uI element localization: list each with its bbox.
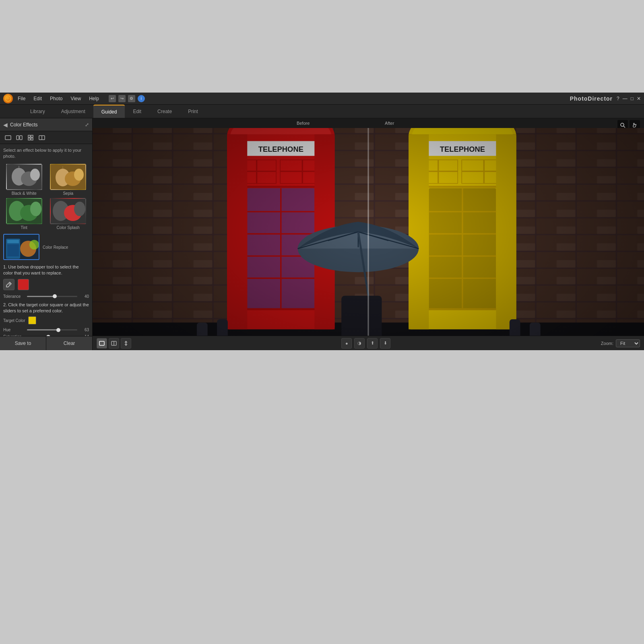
svg-rect-3 (20, 136, 22, 140)
export-btn[interactable]: ⬇ (380, 338, 390, 349)
panel-expand-button[interactable]: ⤢ (85, 122, 89, 128)
compare-btn[interactable] (121, 338, 131, 349)
settings-icon[interactable]: ⚙ (128, 95, 135, 102)
zoom-controls: Zoom: Fit 25% 50% 75% 100% 150% 200% (601, 339, 640, 347)
svg-point-33 (29, 240, 39, 250)
effect-sepia[interactable]: Sepia (47, 164, 89, 196)
view-icons-bar (0, 131, 92, 144)
tab-adjustment[interactable]: Adjustment (53, 105, 93, 118)
target-color-label: Target Color (3, 318, 25, 323)
single-view-icon[interactable] (3, 133, 13, 142)
svg-point-0 (5, 96, 11, 101)
svg-rect-2 (17, 136, 19, 140)
svg-point-23 (30, 202, 41, 216)
step1-text: 1. Use below dropper tool to select the … (3, 264, 89, 277)
top-gray-area (0, 0, 644, 93)
before-after-bar: Before After (93, 118, 644, 128)
tab-library[interactable]: Library (22, 105, 53, 118)
maximize-button[interactable]: □ (631, 96, 634, 101)
zoom-label: Zoom: (601, 341, 613, 346)
effect-splash[interactable]: Color Splash (47, 198, 89, 230)
instruction-text: Select an effect below to apply it to yo… (3, 147, 89, 160)
tolerance-slider[interactable] (27, 296, 77, 297)
panel-scroll[interactable]: Select an effect below to apply it to yo… (0, 144, 92, 336)
single-photo-btn[interactable] (97, 338, 107, 349)
tolerance-value: 40 (79, 294, 89, 299)
panel-header: ◀ Color Effects ⤢ (0, 118, 92, 131)
hue-slider[interactable] (27, 329, 77, 330)
target-color-row: Target Color (3, 316, 89, 324)
svg-rect-30 (7, 240, 19, 243)
effect-replace-label: Color Replace (43, 245, 68, 250)
menu-photo[interactable]: Photo (48, 95, 64, 102)
target-color-swatch[interactable] (28, 316, 36, 324)
phone-booth-scene: TELEPHONE (93, 128, 644, 336)
clear-button[interactable]: Clear (46, 336, 92, 350)
dropper-tool[interactable] (3, 279, 14, 290)
panel-title: Color Effects (10, 122, 83, 128)
menu-file[interactable]: File (16, 95, 27, 102)
adjust-btn[interactable]: ⬆ (367, 338, 378, 349)
title-controls: ? — □ ✕ (617, 96, 641, 101)
hue-row: Hue 63 (3, 328, 89, 332)
compare-view-icon[interactable] (14, 133, 24, 142)
effect-bw-label: Black & White (12, 191, 37, 196)
tab-guided[interactable]: Guided (93, 105, 125, 118)
tab-print[interactable]: Print (180, 105, 206, 118)
tab-edit[interactable]: Edit (125, 105, 149, 118)
minimize-button[interactable]: — (623, 96, 627, 101)
effect-replace-thumb (3, 234, 39, 260)
close-button[interactable]: ✕ (637, 96, 641, 101)
svg-line-36 (623, 126, 625, 128)
svg-point-18 (74, 169, 84, 181)
split-photo-btn[interactable] (109, 338, 119, 349)
app-logo (3, 94, 13, 103)
effect-tint[interactable]: Tint (3, 198, 45, 230)
left-panel: ◀ Color Effects ⤢ (0, 118, 93, 350)
menu-help[interactable]: Help (87, 95, 101, 102)
effect-sepia-label: Sepia (63, 191, 73, 196)
before-label: Before (297, 121, 310, 126)
info-icon[interactable]: i (138, 95, 145, 102)
nav-tabs: Library Adjustment Guided Edit Create Pr… (0, 105, 644, 118)
grid-view-icon[interactable] (26, 133, 35, 142)
effects-grid: Black & White Sepia (3, 164, 89, 230)
step2-text: 2. Click the target color square or adju… (3, 302, 89, 314)
svg-rect-4 (28, 135, 30, 137)
bottom-gray-area (0, 350, 644, 644)
svg-rect-5 (31, 135, 33, 137)
back-button[interactable]: ◀ (3, 122, 8, 128)
zoom-select[interactable]: Fit 25% 50% 75% 100% 150% 200% (616, 339, 640, 347)
title-bar-left: File Edit Photo View Help ↩ ↪ ⚙ i (3, 94, 145, 103)
after-label: After (385, 121, 394, 126)
effect-bw-thumb (6, 164, 42, 190)
help-button[interactable]: ? (617, 96, 619, 101)
toolbar-icons: ↩ ↪ ⚙ i (109, 95, 145, 102)
center-area: Before After (93, 118, 644, 350)
undo-icon[interactable]: ↩ (109, 95, 116, 102)
redo-icon[interactable]: ↪ (118, 95, 126, 102)
photo-area: TELEPHONE (93, 128, 644, 336)
tab-create[interactable]: Create (149, 105, 180, 118)
bottom-toolbar-center: ● ◑ ⬆ ⬇ (341, 338, 390, 349)
effect-bw[interactable]: Black & White (3, 164, 45, 196)
app-title: PhotoDirector (570, 95, 613, 102)
source-color-swatch[interactable] (18, 279, 29, 290)
effect-splash-thumb (50, 198, 86, 224)
menu-edit[interactable]: Edit (32, 95, 43, 102)
effect-replace[interactable]: Color Replace (3, 234, 89, 260)
hue-label: Hue (3, 328, 25, 332)
menu-view[interactable]: View (69, 95, 83, 102)
main-content: ◀ Color Effects ⤢ (0, 118, 644, 350)
svg-point-35 (621, 123, 624, 126)
save-to-button[interactable]: Save to (0, 336, 46, 350)
color-btn[interactable]: ● (341, 338, 352, 349)
svg-rect-6 (28, 138, 30, 140)
bottom-toolbar: ● ◑ ⬆ ⬇ Zoom: Fit 25% 50% 75% 100% 150% (93, 336, 644, 350)
title-bar-right: PhotoDirector ? — □ ✕ (570, 95, 641, 102)
split-view-icon[interactable] (37, 133, 47, 142)
svg-point-27 (74, 202, 85, 216)
svg-line-34 (9, 283, 10, 285)
panel-bottom: Save to Clear (0, 336, 92, 350)
contrast-btn[interactable]: ◑ (354, 338, 365, 349)
